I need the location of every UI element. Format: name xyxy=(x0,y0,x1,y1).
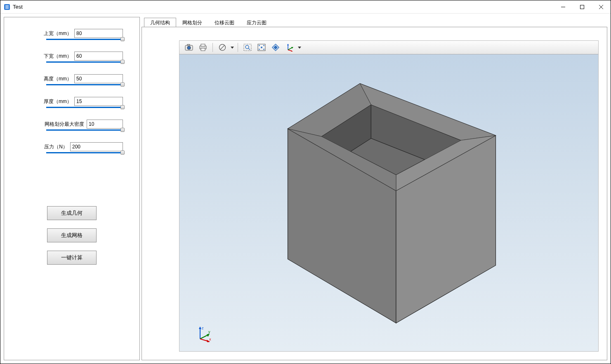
bottom-width-input[interactable] xyxy=(74,52,123,61)
svg-line-40 xyxy=(200,335,208,339)
dropdown-icon[interactable] xyxy=(297,47,302,49)
toolbar-separator xyxy=(212,43,213,52)
axis-gizmo: z y x xyxy=(196,326,212,342)
top-width-input[interactable] xyxy=(74,29,123,38)
tab-mesh[interactable]: 网格划分 xyxy=(176,18,208,27)
tab-displacement[interactable]: 位移云图 xyxy=(208,18,241,27)
fit-icon[interactable] xyxy=(255,42,268,53)
pressure-slider[interactable] xyxy=(46,152,123,153)
param-row-bottom-width: 下宽（mm） xyxy=(21,52,123,61)
axis-z-label: z xyxy=(202,326,204,330)
param-label: 上宽（mm） xyxy=(44,30,72,37)
thickness-slider[interactable] xyxy=(46,107,123,108)
svg-marker-13 xyxy=(231,47,234,49)
camera-icon[interactable] xyxy=(183,42,195,53)
param-row-top-width: 上宽（mm） xyxy=(21,29,123,38)
viewer-toolbar xyxy=(179,40,599,54)
titlebar: Test xyxy=(0,0,611,14)
axis-y-label: y xyxy=(208,330,210,334)
compute-button[interactable]: 一键计算 xyxy=(47,251,97,265)
svg-rect-7 xyxy=(187,45,190,46)
app-window: Test 上宽（mm） 下宽（mm） xyxy=(0,0,611,364)
axis-icon[interactable] xyxy=(283,42,296,53)
mesh-density-slider[interactable] xyxy=(46,129,123,131)
close-button[interactable] xyxy=(592,0,611,13)
app-icon xyxy=(4,4,10,10)
mesh-density-input[interactable] xyxy=(87,120,123,129)
param-label: 厚度（mm） xyxy=(44,98,72,105)
svg-rect-10 xyxy=(201,48,205,51)
window-controls xyxy=(554,0,611,13)
svg-rect-9 xyxy=(201,44,205,46)
tab-stress[interactable]: 应力云图 xyxy=(241,18,273,27)
toolbar-separator xyxy=(238,43,238,52)
param-label: 下宽（mm） xyxy=(44,53,72,60)
param-row-pressure: 压力（N） xyxy=(21,142,123,151)
content-area: 上宽（mm） 下宽（mm） 高度（mm） 厚度（mm） xyxy=(0,14,611,364)
3d-viewport[interactable]: z y x xyxy=(179,54,599,352)
tab-geometry[interactable]: 几何结构 xyxy=(144,18,176,27)
param-row-mesh-density: 网格划分最大密度 xyxy=(21,120,123,129)
maximize-button[interactable] xyxy=(573,0,592,13)
param-row-thickness: 厚度（mm） xyxy=(21,97,123,106)
generate-mesh-button[interactable]: 生成网格 xyxy=(47,228,97,242)
svg-rect-2 xyxy=(580,5,584,9)
top-width-slider[interactable] xyxy=(46,39,123,40)
param-label: 高度（mm） xyxy=(44,75,72,82)
zoom-box-icon[interactable] xyxy=(241,42,254,53)
svg-point-15 xyxy=(245,45,249,49)
svg-marker-26 xyxy=(291,50,293,52)
svg-point-18 xyxy=(261,47,262,48)
viewport-frame: z y x xyxy=(142,27,607,360)
main-area: 几何结构 网格划分 位移云图 应力云图 xyxy=(142,17,607,360)
bottom-width-slider[interactable] xyxy=(46,61,123,63)
window-title: Test xyxy=(13,4,23,10)
axis-x-label: x xyxy=(209,337,211,341)
geometry-render xyxy=(179,54,598,351)
rotate-icon[interactable] xyxy=(269,42,282,53)
action-button-group: 生成几何 生成网格 一键计算 xyxy=(21,206,123,265)
minimize-button[interactable] xyxy=(554,0,573,13)
svg-point-6 xyxy=(187,46,191,49)
param-label: 压力（N） xyxy=(44,143,68,150)
svg-line-16 xyxy=(248,48,250,50)
print-icon[interactable] xyxy=(197,42,209,53)
param-label: 网格划分最大密度 xyxy=(45,121,84,128)
svg-marker-39 xyxy=(199,326,201,329)
svg-line-12 xyxy=(220,45,224,49)
tabbar: 几何结构 网格划分 位移云图 应力云图 xyxy=(142,17,607,27)
dropdown-icon[interactable] xyxy=(230,47,234,49)
sidebar-panel: 上宽（mm） 下宽（mm） 高度（mm） 厚度（mm） xyxy=(4,17,140,360)
param-row-height: 高度（mm） xyxy=(21,74,123,83)
thickness-input[interactable] xyxy=(74,97,123,106)
svg-marker-27 xyxy=(298,47,301,49)
height-input[interactable] xyxy=(74,74,123,83)
generate-geometry-button[interactable]: 生成几何 xyxy=(47,206,97,220)
svg-marker-22 xyxy=(287,44,289,45)
no-entry-icon[interactable] xyxy=(216,42,229,53)
height-slider[interactable] xyxy=(46,84,123,85)
pressure-input[interactable] xyxy=(70,142,123,151)
